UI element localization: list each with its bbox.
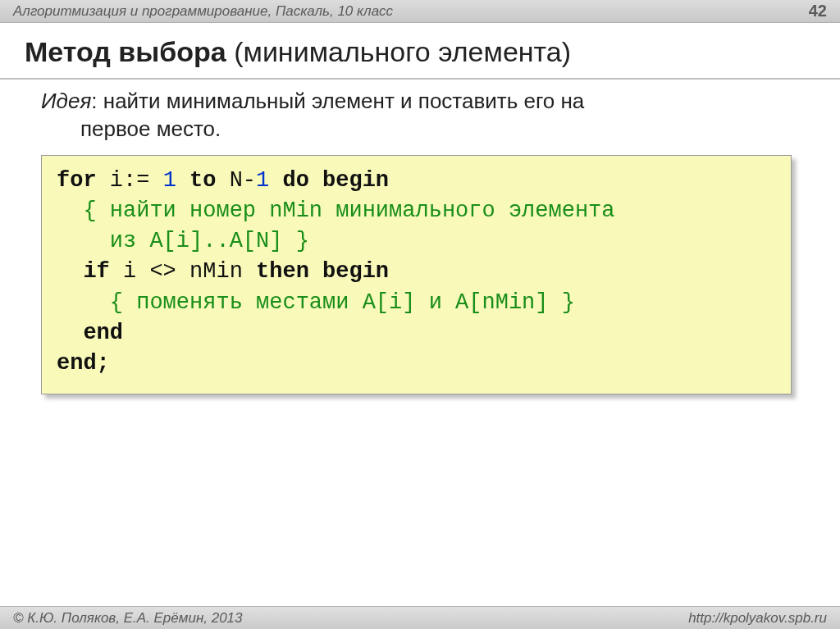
title-rest: (минимального элемента)	[226, 36, 571, 67]
comment-line1: { найти номер nMin минимального элемента	[57, 198, 615, 223]
title-block: Метод выбора (минимального элемента)	[0, 23, 840, 80]
kw-end2: end;	[57, 351, 110, 376]
kw-for: for	[57, 168, 97, 193]
num-1b: 1	[256, 168, 269, 193]
idea-line2: первое место.	[41, 116, 807, 144]
footer-url: http://kpolyakov.spb.ru	[688, 610, 827, 627]
kw-end1: end	[57, 321, 123, 345]
content-area: Идея: найти минимальный элемент и постав…	[0, 80, 840, 394]
header-bar: Алгоритмизация и программирование, Паска…	[0, 0, 840, 23]
code-t2: N-	[216, 168, 256, 193]
comment-line2: из A[i]..A[N] }	[57, 229, 309, 253]
kw-do-begin: do begin	[269, 168, 389, 193]
slide-title: Метод выбора (минимального элемента)	[25, 36, 815, 68]
code-t3: i <> nMin	[110, 259, 256, 284]
kw-to: to	[176, 168, 217, 193]
idea-text: Идея: найти минимальный элемент и постав…	[41, 88, 807, 144]
copyright: © К.Ю. Поляков, Е.А. Ерёмин, 2013	[13, 610, 243, 627]
title-bold: Метод выбора	[25, 36, 226, 67]
footer-bar: © К.Ю. Поляков, Е.А. Ерёмин, 2013 http:/…	[0, 606, 840, 629]
code-box: for i:= 1 to N-1 do begin { найти номер …	[41, 155, 792, 395]
num-1a: 1	[163, 168, 176, 193]
course-label: Алгоритмизация и программирование, Паска…	[13, 3, 393, 20]
kw-then-begin: then begin	[256, 259, 389, 284]
page-number: 42	[809, 2, 827, 21]
comment-line3: { поменять местами A[i] и A[nMin] }	[57, 290, 575, 315]
idea-line1: : найти минимальный элемент и поставить …	[91, 89, 584, 113]
code-t1: i:=	[97, 168, 163, 193]
kw-if: if	[57, 259, 110, 284]
idea-label: Идея	[41, 89, 91, 113]
